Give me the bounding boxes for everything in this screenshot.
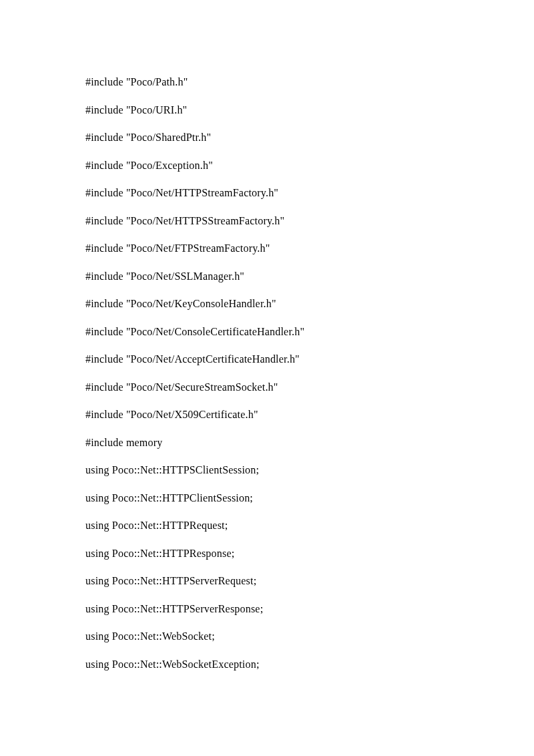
code-line: #include "Poco/Net/HTTPSStreamFactory.h" (85, 216, 449, 226)
code-line: using Poco::Net::HTTPSClientSession; (85, 465, 449, 476)
code-line: #include "Poco/Net/X509Certificate.h" (85, 409, 449, 420)
code-line: #include "Poco/Net/SSLManager.h" (85, 271, 449, 282)
code-line: using Poco::Net::WebSocketException; (85, 659, 449, 670)
code-line: using Poco::Net::HTTPRequest; (85, 520, 449, 531)
code-line: #include "Poco/URI.h" (85, 105, 449, 116)
code-block: #include "Poco/Path.h" #include "Poco/UR… (85, 77, 449, 670)
code-line: #include "Poco/Net/SecureStreamSocket.h" (85, 382, 449, 393)
code-line: using Poco::Net::HTTPClientSession; (85, 493, 449, 504)
code-line: #include "Poco/Net/KeyConsoleHandler.h" (85, 299, 449, 309)
code-line: #include "Poco/Path.h" (85, 77, 449, 87)
code-line: #include "Poco/Net/HTTPStreamFactory.h" (85, 188, 449, 198)
code-line: #include memory (85, 437, 449, 448)
code-line: #include "Poco/SharedPtr.h" (85, 132, 449, 143)
code-line: using Poco::Net::HTTPResponse; (85, 548, 449, 559)
code-line: #include "Poco/Net/AcceptCertificateHand… (85, 354, 449, 365)
code-line: #include "Poco/Net/FTPStreamFactory.h" (85, 243, 449, 254)
code-line: #include "Poco/Exception.h" (85, 160, 449, 171)
code-line: using Poco::Net::HTTPServerRequest; (85, 576, 449, 586)
code-line: #include "Poco/Net/ConsoleCertificateHan… (85, 327, 449, 337)
code-line: using Poco::Net::WebSocket; (85, 631, 449, 642)
code-line: using Poco::Net::HTTPServerResponse; (85, 604, 449, 614)
